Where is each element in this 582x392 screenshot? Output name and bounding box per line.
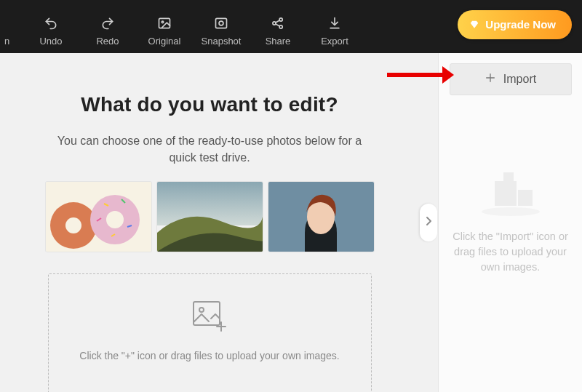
workspace: What do you want to edit? You can choose… xyxy=(0,53,582,392)
share-icon xyxy=(270,15,286,31)
camera-icon xyxy=(213,15,229,31)
sample-photos-row xyxy=(16,182,403,252)
snapshot-label: Snapshot xyxy=(202,36,242,47)
toolbar-label: n xyxy=(4,36,9,47)
redo-button[interactable]: Redo xyxy=(83,3,132,47)
svg-rect-20 xyxy=(194,302,220,325)
toolbar-item-truncated[interactable]: n xyxy=(4,3,19,47)
undo-button[interactable]: Undo xyxy=(26,3,76,47)
assets-rail: Import Click the "Import" icon or drag f… xyxy=(438,53,582,392)
original-label: Original xyxy=(148,36,181,47)
snapshot-button[interactable]: Snapshot xyxy=(196,3,246,47)
share-button[interactable]: Share xyxy=(253,3,303,47)
headline: What do you want to edit? xyxy=(16,93,403,116)
chevron-right-icon xyxy=(425,216,432,229)
undo-label: Undo xyxy=(39,36,62,47)
image-icon xyxy=(156,15,172,31)
svg-point-21 xyxy=(199,308,204,312)
rail-divider xyxy=(419,53,438,392)
subtext: You can choose one of the ready-to-use p… xyxy=(42,132,377,166)
rail-placeholder-text: Click the "Import" icon or drag files to… xyxy=(450,229,570,275)
upload-hint: Click the "+" icon or drag files to uplo… xyxy=(79,350,339,361)
upgrade-label: Upgrade Now xyxy=(485,18,556,31)
import-button[interactable]: Import xyxy=(450,63,572,95)
rail-placeholder: Click the "Import" icon or drag files to… xyxy=(446,168,575,275)
export-button[interactable]: Export xyxy=(310,3,359,47)
svg-point-11 xyxy=(106,211,124,228)
redo-icon xyxy=(100,15,116,31)
svg-rect-2 xyxy=(216,18,227,28)
undo-icon xyxy=(43,15,59,31)
plus-icon xyxy=(485,72,496,87)
share-label: Share xyxy=(266,36,291,47)
upload-dropzone[interactable]: Click the "+" icon or drag files to uplo… xyxy=(48,273,372,392)
add-image-icon xyxy=(189,296,230,337)
redo-label: Redo xyxy=(96,36,119,47)
svg-point-9 xyxy=(65,217,81,233)
sample-photo-1[interactable] xyxy=(46,182,151,252)
original-button[interactable]: Original xyxy=(140,3,189,47)
export-label: Export xyxy=(321,36,348,47)
svg-point-3 xyxy=(219,21,223,25)
svg-rect-22 xyxy=(495,181,517,206)
import-label: Import xyxy=(503,73,536,86)
svg-rect-24 xyxy=(518,190,533,206)
svg-point-1 xyxy=(162,21,164,23)
svg-rect-23 xyxy=(503,172,514,181)
top-toolbar: n Undo Redo Original Snapshot Share xyxy=(0,0,582,53)
collapse-rail-button[interactable] xyxy=(420,204,437,241)
diamond-icon xyxy=(469,20,479,30)
upgrade-button[interactable]: Upgrade Now xyxy=(458,10,572,39)
svg-point-25 xyxy=(482,207,540,216)
placeholder-illustration-icon xyxy=(474,168,547,219)
main-empty-state: What do you want to edit? You can choose… xyxy=(0,53,419,392)
download-icon xyxy=(327,15,343,31)
sample-photo-3[interactable] xyxy=(268,182,374,252)
sample-photo-2[interactable] xyxy=(157,182,263,252)
